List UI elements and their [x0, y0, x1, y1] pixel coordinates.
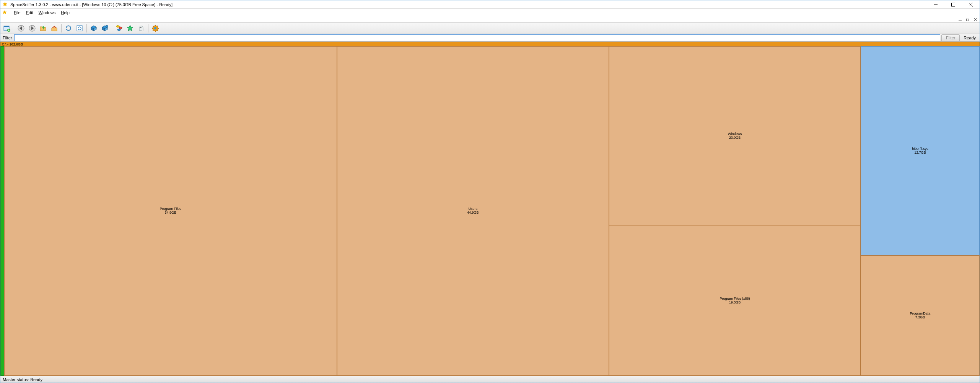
titlebar: SpaceSniffer 1.3.0.2 - www.uderzo.it - [… — [0, 0, 980, 9]
status-text: Master status: Ready — [3, 377, 42, 382]
tag-button[interactable] — [125, 23, 135, 33]
menu-windows[interactable]: Windows — [36, 10, 59, 16]
treemap-root: C:\ - 162.6GB Program Files 54.9GB Users… — [0, 42, 980, 376]
cell-size: 19.3GB — [729, 301, 741, 305]
cell-hiberfil[interactable]: hiberfil.sys 12.7GB — [861, 46, 980, 255]
filter-input[interactable] — [14, 34, 940, 41]
refresh-view-button[interactable] — [75, 23, 85, 33]
cell-program-files[interactable]: Program Files 54.9GB — [4, 46, 337, 376]
app-icon — [2, 2, 8, 8]
menu-file[interactable]: File — [11, 10, 23, 16]
menu-edit[interactable]: Edit — [23, 10, 36, 16]
svg-point-10 — [140, 27, 141, 28]
svg-rect-2 — [967, 19, 969, 21]
menubar: File Edit Windows Help — [0, 9, 980, 16]
rescan-button[interactable] — [63, 23, 73, 33]
mdi-restore-button[interactable] — [965, 17, 970, 22]
filterbar: Filter Filter Ready — [0, 34, 980, 42]
maximize-button[interactable] — [944, 0, 962, 8]
go-up-button[interactable] — [38, 23, 48, 33]
svg-rect-0 — [952, 3, 955, 6]
cell-program-files-x86[interactable]: Program Files (x86) 19.3GB — [609, 226, 861, 376]
class-view-2-button[interactable] — [100, 23, 110, 33]
mdi-controls — [0, 16, 980, 23]
close-button[interactable] — [962, 0, 980, 8]
config-button[interactable] — [150, 23, 160, 33]
filter-classes-button[interactable] — [114, 23, 124, 33]
ghost-button[interactable] — [136, 23, 146, 33]
go-home-button[interactable] — [49, 23, 59, 33]
nav-back-button[interactable] — [16, 23, 26, 33]
window-title: SpaceSniffer 1.3.0.2 - www.uderzo.it - [… — [10, 2, 173, 7]
free-space-strip[interactable] — [0, 46, 4, 376]
cell-size: 23.0GB — [729, 136, 741, 140]
cell-size: 12.7GB — [914, 151, 926, 155]
mdi-minimize-button[interactable] — [957, 17, 963, 22]
svg-point-11 — [142, 27, 142, 28]
cell-size: 44.9GB — [467, 211, 479, 215]
svg-rect-4 — [4, 26, 9, 27]
minimize-button[interactable] — [927, 0, 944, 8]
cell-programdata[interactable]: ProgramData 7.3GB — [861, 255, 980, 376]
treemap-grid: Program Files 54.9GB Users 44.9GB Window… — [4, 46, 980, 376]
svg-point-9 — [106, 25, 108, 28]
mdi-close-button[interactable] — [973, 17, 978, 22]
nav-forward-button[interactable] — [27, 23, 37, 33]
cell-users[interactable]: Users 44.9GB — [337, 46, 609, 376]
filter-button[interactable]: Filter — [941, 34, 960, 41]
menu-help[interactable]: Help — [58, 10, 72, 16]
drive-header[interactable]: C:\ - 162.6GB — [0, 42, 980, 46]
new-scan-button[interactable] — [2, 23, 12, 33]
svg-point-13 — [154, 27, 156, 29]
class-view-1-button[interactable] — [89, 23, 99, 33]
cell-windows[interactable]: Windows 23.0GB — [609, 46, 861, 226]
mdi-app-icon — [2, 10, 7, 15]
toolbar — [0, 23, 980, 34]
scan-status-label: Ready — [960, 36, 980, 40]
cell-size: 7.3GB — [915, 316, 925, 320]
cell-size: 54.9GB — [165, 211, 177, 215]
statusbar: Master status: Ready — [0, 376, 980, 383]
filter-label: Filter — [0, 36, 14, 40]
